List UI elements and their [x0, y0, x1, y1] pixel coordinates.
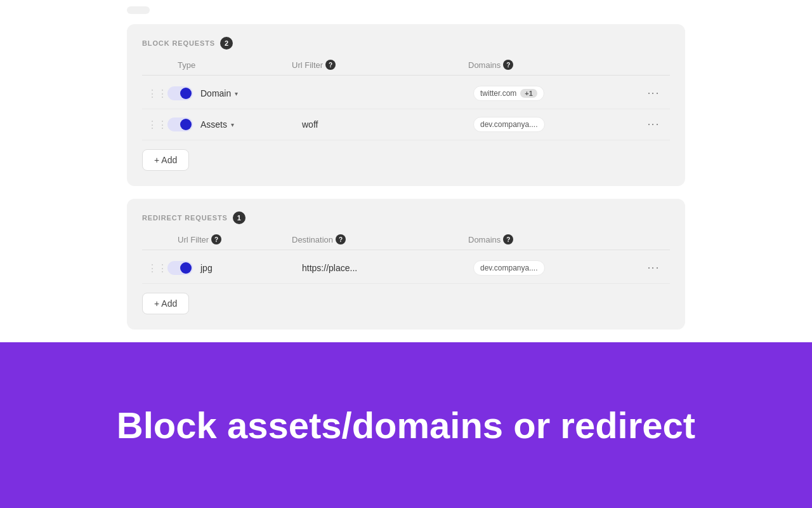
- redirect-row-1-domains: dev.companya....: [473, 260, 645, 276]
- block-row-2: ⋮⋮ Assets ▾ woff dev.companya....: [142, 109, 670, 140]
- drag-handle-2[interactable]: ⋮⋮: [147, 119, 160, 131]
- block-col-url-filter: Url Filter ?: [292, 60, 468, 70]
- block-row-1-more: ⋮: [645, 84, 665, 102]
- toggle-2[interactable]: [167, 117, 193, 131]
- redirect-col-url-filter: Url Filter ?: [178, 234, 292, 244]
- type-chevron-1: ▾: [235, 90, 238, 97]
- redirect-col-destination: Destination ?: [292, 234, 468, 244]
- more-dots-icon-1: ⋮: [646, 88, 660, 99]
- destination-help-icon[interactable]: ?: [336, 234, 346, 244]
- white-top-section: BLOCK REQUESTS 2 Type Url Filter ? Domai…: [0, 0, 812, 342]
- toggle-knob-r1: [180, 262, 192, 274]
- redirect-requests-title: REDIRECT REQUESTS: [142, 214, 228, 222]
- url-filter-help-icon[interactable]: ?: [325, 60, 336, 70]
- headline: Block assets/domains or redirect: [117, 405, 695, 446]
- block-requests-header: BLOCK REQUESTS 2: [142, 37, 670, 50]
- partial-top-button[interactable]: [127, 6, 150, 14]
- redirect-row-1-destination: https://place...: [302, 263, 473, 273]
- block-requests-count: 2: [220, 37, 233, 50]
- domain-chip-1[interactable]: twitter.com +1: [473, 86, 544, 101]
- block-row-2-cells: Assets ▾ woff dev.companya.... ⋮: [200, 116, 665, 133]
- block-table-header: Type Url Filter ? Domains ?: [142, 60, 670, 76]
- block-requests-title: BLOCK REQUESTS: [142, 39, 215, 47]
- block-row-2-domains: dev.companya....: [473, 117, 645, 132]
- redirect-requests-count: 1: [233, 211, 246, 224]
- block-col-domains: Domains ?: [468, 60, 645, 70]
- redirect-requests-header: REDIRECT REQUESTS 1: [142, 211, 670, 224]
- domain-chip-2[interactable]: dev.companya....: [473, 117, 545, 132]
- redirect-row-1-url-filter: jpg: [200, 263, 302, 273]
- redirect-row-1: ⋮⋮ jpg https://place... dev.companya....: [142, 253, 670, 284]
- redirect-add-button[interactable]: + Add: [142, 293, 189, 314]
- block-row-1-type[interactable]: Domain ▾: [200, 88, 302, 98]
- block-row-2-url-filter: woff: [302, 119, 473, 130]
- toggle-knob-2: [180, 119, 192, 130]
- domain-chip-r1[interactable]: dev.companya....: [473, 260, 545, 276]
- redirect-row-1-more: ⋮: [645, 259, 665, 277]
- more-menu-r1[interactable]: ⋮: [645, 259, 662, 277]
- block-add-button[interactable]: + Add: [142, 149, 189, 171]
- drag-handle-r1[interactable]: ⋮⋮: [147, 262, 160, 274]
- block-row-1: ⋮⋮ Domain ▾ twitter.com +1: [142, 78, 670, 109]
- block-requests-section: BLOCK REQUESTS 2 Type Url Filter ? Domai…: [127, 24, 685, 186]
- more-menu-2[interactable]: ⋮: [645, 116, 662, 133]
- toggle-knob-1: [180, 88, 192, 99]
- redirect-requests-section: REDIRECT REQUESTS 1 Url Filter ? Destina…: [127, 199, 685, 330]
- block-row-2-more: ⋮: [645, 116, 665, 133]
- toggle-1[interactable]: [167, 86, 193, 100]
- redirect-domains-help-icon[interactable]: ?: [503, 234, 513, 244]
- purple-bottom-section: Block assets/domains or redirect: [0, 342, 812, 508]
- domains-help-icon[interactable]: ?: [503, 60, 513, 70]
- redirect-url-filter-help-icon[interactable]: ?: [211, 234, 221, 244]
- more-menu-1[interactable]: ⋮: [645, 84, 662, 102]
- block-row-1-domains: twitter.com +1: [473, 86, 645, 101]
- more-dots-icon-r1: ⋮: [646, 262, 660, 274]
- redirect-table-header: Url Filter ? Destination ? Domains ?: [142, 234, 670, 250]
- redirect-row-1-cells: jpg https://place... dev.companya.... ⋮: [200, 259, 665, 277]
- toggle-r1[interactable]: [167, 261, 193, 275]
- drag-handle-1[interactable]: ⋮⋮: [147, 88, 160, 100]
- domain-extra-1: +1: [520, 89, 537, 98]
- redirect-col-domains: Domains ?: [468, 234, 645, 244]
- block-row-2-type[interactable]: Assets ▾: [200, 119, 302, 130]
- partial-top: [127, 0, 685, 24]
- block-row-1-cells: Domain ▾ twitter.com +1 ⋮: [200, 84, 665, 102]
- block-col-type: Type: [178, 60, 292, 70]
- type-chevron-2: ▾: [231, 121, 234, 128]
- more-dots-icon-2: ⋮: [646, 119, 660, 130]
- inner-content: BLOCK REQUESTS 2 Type Url Filter ? Domai…: [127, 0, 685, 342]
